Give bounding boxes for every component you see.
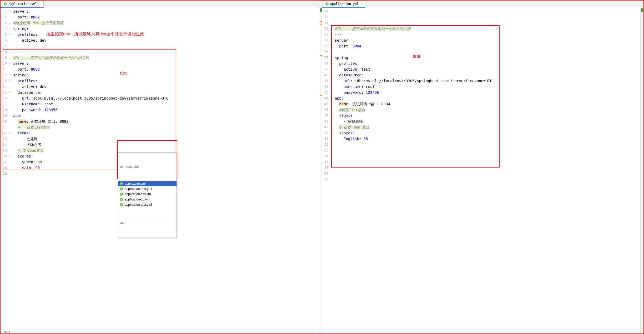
code-line[interactable]: #设置list集合 [335,107,640,113]
popup-item[interactable]: application.yml [118,181,177,186]
spring-icon [120,203,123,207]
popup-folder-row[interactable]: resources [118,164,177,169]
code-line[interactable]: server: [13,8,318,14]
svg-point-4 [121,183,122,184]
tab-label: application.yml [330,2,359,6]
code-line[interactable]: items: [335,113,640,119]
code-line[interactable]: - 家庭教师 [335,119,640,124]
popup-item[interactable]: application-test.yml [118,202,177,207]
close-icon[interactable]: × [39,2,41,6]
code-line[interactable]: port: 8083 [13,66,318,72]
code-line[interactable]: port: 8082 [13,14,318,20]
popup-item[interactable]: application-gp.yml [118,197,177,202]
svg-point-14 [326,3,327,4]
code-line[interactable]: active: dev [13,37,318,43]
code-line[interactable]: server: [335,37,640,43]
spring-icon [120,198,123,201]
file-popup[interactable]: resources application.ymlapplication-add… [118,152,177,238]
popup-item-label: application.yml [125,181,145,186]
code-line[interactable]: server: [13,61,318,66]
code-line[interactable]: profiles: [335,61,640,66]
left-editor-pane: application.yml × 1234567891011121314151… [1,1,322,333]
code-line[interactable]: password: 123456 [335,90,640,95]
code-line[interactable]: spring: [13,26,318,32]
left-tab-bar: application.yml × [1,1,322,8]
code-line[interactable]: spring: [335,55,640,61]
code-line[interactable]: app: [13,113,318,119]
code-line[interactable]: scores: [335,130,640,136]
spring-icon [3,2,7,6]
code-line[interactable]: datasource: [335,72,640,78]
code-line[interactable]: spring: [13,72,318,78]
svg-point-12 [121,204,122,205]
code-line[interactable]: datasource: [13,90,318,95]
code-line[interactable] [335,142,640,148]
spring-icon [120,182,123,185]
code-line[interactable]: port: 8084 [335,43,640,49]
code-line[interactable] [13,43,318,49]
code-line[interactable]: active: test [335,66,640,72]
code-line[interactable]: # 设置 map 集合 [335,124,640,130]
left-marker-bar[interactable] [319,8,322,333]
code-line[interactable] [335,153,640,159]
tab-application-yml-left[interactable]: application.yml × [1,1,44,8]
code-line[interactable]: active: dev [13,84,318,90]
code-line[interactable] [335,171,640,176]
code-line[interactable] [335,176,640,182]
popup-item-label: application-dev.yml [125,191,152,197]
close-icon[interactable]: × [361,2,363,6]
code-line[interactable] [335,165,640,171]
code-line[interactable]: username: root [13,101,318,107]
code-line[interactable]: --- [335,32,640,37]
left-line-gutter[interactable]: 1234567891011121314151617181920212223242… [1,8,8,333]
popup-footer: test [118,219,177,226]
annotation-test: test [413,53,420,59]
spring-icon [120,192,123,196]
code-line[interactable]: items: [13,130,318,136]
spring-icon [325,2,329,6]
code-line[interactable]: English: 85 [335,136,640,142]
code-line[interactable] [335,8,640,14]
code-line[interactable]: # 设置list集合 [13,124,318,130]
spring-icon [120,187,123,191]
code-line[interactable]: name: 正式环境 端口: 8083 [13,119,318,124]
code-line[interactable]: #指定使用 dev 这个开发环境 [13,20,318,26]
tab-label: application.yml [8,2,37,6]
code-line[interactable] [335,159,640,165]
code-line[interactable]: url: jdbc:mysql://localhost:3306/springb… [13,95,318,101]
popup-item-label: application-test.yml [125,202,152,208]
right-editor[interactable]: 2930313233343536373839404142434445464748… [322,8,644,333]
code-line[interactable]: url: jdbc:mysql://localhost:3306/springb… [335,78,640,84]
code-line[interactable]: name: 测试环境 端口: 8084 [335,101,640,107]
code-line[interactable] [335,20,640,26]
svg-point-10 [121,199,122,200]
right-code-area[interactable]: #用 --- 把下面的配置分割成一个独立的片段---server: port: … [334,8,641,333]
annotation-top: 这里指定dev，所以最终只有dev这个开发环境能生效 [46,31,144,37]
right-fold-gutter[interactable]: ⊟⊟⊟⊟⊟⊟⊟ [330,8,334,333]
right-editor-pane: application.yml × 2930313233343536373839… [322,1,644,333]
popup-folder-label: resources [125,164,139,170]
popup-item[interactable]: application-dev.yml [118,191,177,197]
code-line[interactable]: #用 --- 把下面的配置分割成一个独立的片段 [13,55,318,61]
left-fold-gutter[interactable]: ⊟⊟⊟⊟⊟⊟⊟⊟⊟⊟ [8,8,12,333]
left-code-area[interactable]: server: port: 8082#指定使用 dev 这个开发环境spring… [12,8,319,333]
code-line[interactable]: username: root [335,84,640,90]
code-line[interactable] [335,148,640,153]
code-line[interactable] [335,49,640,55]
code-line[interactable]: password: 123456 [13,107,318,113]
debug-strip: Debug [0,330,12,334]
left-editor[interactable]: 1234567891011121314151617181920212223242… [1,8,322,333]
code-line[interactable]: app: [335,95,640,101]
right-marker-bar[interactable] [640,8,643,333]
svg-point-1 [5,3,6,4]
tab-application-yml-right[interactable]: application.yml × [322,1,365,8]
code-line[interactable] [335,14,640,20]
code-line[interactable]: --- [13,49,318,55]
popup-item-label: application-gp.yml [125,197,150,202]
right-line-gutter[interactable]: 2930313233343536373839404142434445464748… [322,8,330,333]
folder-icon [120,165,123,169]
popup-item[interactable]: application-add.yml [118,186,177,191]
code-line[interactable]: profiles: [13,78,318,84]
code-line[interactable]: #用 --- 把下面的配置分割成一个独立的片段 [335,26,640,32]
svg-point-8 [121,194,122,195]
